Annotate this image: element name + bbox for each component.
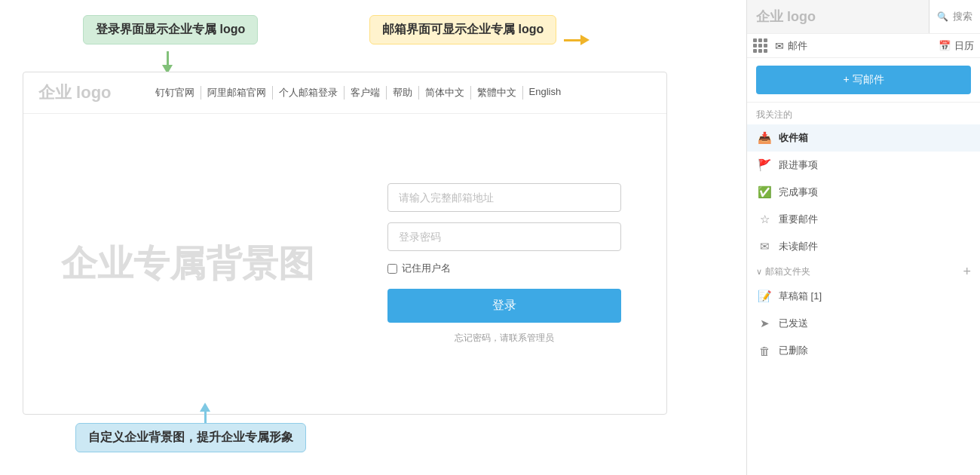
search-placeholder: 搜索 [953, 10, 972, 23]
nav-item-alimail[interactable]: 阿里邮箱官网 [201, 86, 273, 100]
password-input[interactable] [387, 222, 621, 251]
folder-header: ∨ 邮箱文件夹 + [747, 260, 980, 283]
sidebar-label-inbox: 收件箱 [779, 131, 808, 145]
mail-client-logo: 企业 logo [747, 0, 929, 33]
calendar-icon: 📅 [939, 40, 951, 51]
nav-item-personal[interactable]: 个人邮箱登录 [273, 86, 345, 100]
toolbar-mail[interactable]: ✉ 邮件 [775, 39, 807, 53]
login-header: 企业 logo 钉钉官网 阿里邮箱官网 个人邮箱登录 客户端 帮助 简体中文 繁… [23, 72, 666, 114]
sidebar-item-inbox[interactable]: 📥 收件箱 [747, 124, 980, 152]
unread-icon: ✉ [758, 240, 771, 253]
login-button[interactable]: 登录 [387, 289, 621, 323]
sidebar-label-draft: 草稿箱 [1] [779, 290, 822, 303]
forgot-link: 忘记密码，请联系管理员 [387, 332, 621, 345]
remember-row: 记住用户名 [387, 262, 621, 275]
email-input[interactable] [387, 183, 621, 212]
nav-item-traditional[interactable]: 繁體中文 [471, 86, 523, 100]
annotation-mail-logo: 邮箱界面可显示企业专属 logo [369, 15, 556, 44]
sidebar-label-deleted: 已删除 [779, 344, 808, 357]
right-panel: 企业 logo 🔍 搜索 ✉ 邮件 [746, 0, 980, 475]
annotation-bg: 自定义企业背景图，提升企业专属形象 [75, 423, 306, 452]
sidebar-label-followup: 跟进事项 [779, 158, 818, 172]
inbox-icon: 📥 [758, 131, 771, 145]
sidebar-item-followup[interactable]: 🚩 跟进事项 [747, 152, 980, 179]
mail-icon: ✉ [775, 40, 784, 52]
nav-item-english[interactable]: English [523, 86, 568, 100]
write-btn-container: + 写邮件 [747, 58, 980, 103]
left-section: 登录界面显示企业专属 logo 邮箱界面可显示企业专属 logo 企业 logo… [0, 0, 746, 475]
toolbar-mail-label: 邮件 [788, 39, 807, 53]
folder-section-label: 邮箱文件夹 [765, 265, 810, 278]
login-form: 记住用户名 登录 忘记密码，请联系管理员 [387, 183, 621, 345]
toolbar-row: ✉ 邮件 📅 日历 [747, 34, 980, 58]
nav-item-client[interactable]: 客户端 [345, 86, 387, 100]
search-icon: 🔍 [937, 11, 948, 22]
nav-item-simplified[interactable]: 简体中文 [419, 86, 471, 100]
sidebar-item-important[interactable]: ☆ 重要邮件 [747, 206, 980, 233]
trash-icon: 🗑 [758, 345, 771, 357]
check-circle-icon: ✅ [758, 185, 771, 199]
nav-item-dingtalk[interactable]: 钉钉官网 [149, 86, 201, 100]
sidebar-label-unread: 未读邮件 [779, 240, 818, 253]
login-nav: 钉钉官网 阿里邮箱官网 个人邮箱登录 客户端 帮助 简体中文 繁體中文 Engl… [149, 86, 568, 100]
draft-icon: 📝 [758, 290, 771, 303]
flag-icon: 🚩 [758, 158, 771, 172]
add-folder-button[interactable]: + [963, 265, 971, 278]
sidebar-item-draft[interactable]: 📝 草稿箱 [1] [747, 283, 980, 310]
grid-icon[interactable] [753, 38, 767, 53]
nav-item-help[interactable]: 帮助 [387, 86, 419, 100]
sidebar-label-important: 重要邮件 [779, 213, 818, 226]
sidebar-item-deleted[interactable]: 🗑 已删除 [747, 337, 980, 364]
chevron-down-icon: ∨ [756, 267, 762, 277]
arrow-right-mail [564, 35, 590, 45]
sidebar-item-sent[interactable]: ➤ 已发送 [747, 310, 980, 337]
remember-label: 记住用户名 [402, 262, 451, 275]
login-mockup: 企业 logo 钉钉官网 阿里邮箱官网 个人邮箱登录 客户端 帮助 简体中文 繁… [23, 72, 667, 415]
main-container: 登录界面显示企业专属 logo 邮箱界面可显示企业专属 logo 企业 logo… [0, 0, 980, 475]
sidebar-label-completed: 完成事项 [779, 185, 818, 199]
sent-icon: ➤ [758, 317, 771, 330]
right-header: 企业 logo 🔍 搜索 [747, 0, 980, 34]
arrow-down-login [162, 51, 173, 74]
toolbar-calendar[interactable]: 📅 日历 [939, 39, 974, 53]
login-logo: 企业 logo [38, 81, 112, 104]
remember-checkbox[interactable] [387, 264, 397, 274]
sidebar-item-unread[interactable]: ✉ 未读邮件 [747, 233, 980, 260]
write-button[interactable]: + 写邮件 [756, 66, 971, 94]
arrow-up-bg [200, 403, 210, 425]
sidebar-label-sent: 已发送 [779, 317, 808, 330]
search-area[interactable]: 🔍 搜索 [929, 4, 980, 29]
star-icon: ☆ [758, 213, 771, 226]
login-body: 企业专属背景图 记住用户名 登录 忘记密码，请联系管理员 [23, 114, 666, 414]
toolbar-calendar-label: 日历 [954, 39, 974, 53]
section-label-following: 我关注的 [747, 103, 980, 124]
bg-watermark: 企业专属背景图 [61, 240, 314, 288]
sidebar-item-completed[interactable]: ✅ 完成事项 [747, 179, 980, 206]
annotation-login-logo: 登录界面显示企业专属 logo [83, 15, 258, 44]
